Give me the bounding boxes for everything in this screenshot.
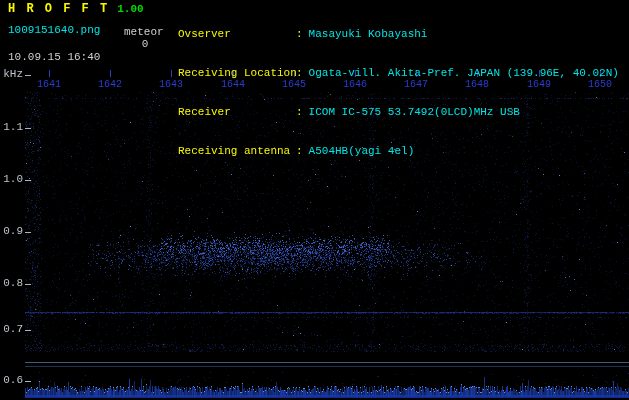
separator: : [296, 28, 303, 40]
output-filename: 1009151640.png [8, 24, 100, 36]
antenna-value: A504HB(yagi 4el) [309, 145, 415, 157]
location-label: Receiving Location [178, 67, 296, 80]
separator: : [296, 106, 303, 118]
observer-label: Ovserver [178, 28, 296, 41]
station-info: Ovserver:Masayuki Kobayashi Receiving Lo… [178, 2, 619, 184]
meteor-counter-value: 0 [124, 38, 166, 50]
app-title-bar: H R O F F T1.00 [8, 2, 144, 16]
receiver-label: Receiver [178, 106, 296, 119]
separator: : [296, 145, 303, 157]
station-info-row-antenna: Receiving antenna:A504HB(yagi 4el) [178, 145, 619, 158]
location-value: Ogata-vill. Akita-Pref. JAPAN (139.96E, … [309, 67, 619, 79]
antenna-label: Receiving antenna [178, 145, 296, 158]
receiver-value: ICOM IC-575 53.7492(0LCD)MHz USB [309, 106, 520, 118]
separator: : [296, 67, 303, 79]
meteor-counter-label: meteor [124, 26, 164, 38]
hrofft-window: H R O F F T1.00 1009151640.png meteor 0 … [0, 0, 629, 400]
station-info-row-observer: Ovserver:Masayuki Kobayashi [178, 28, 619, 41]
app-version: 1.00 [117, 3, 143, 15]
observer-value: Masayuki Kobayashi [309, 28, 428, 40]
app-name: H R O F F T [8, 2, 109, 16]
station-info-row-location: Receiving Location:Ogata-vill. Akita-Pre… [178, 67, 619, 80]
station-info-row-receiver: Receiver:ICOM IC-575 53.7492(0LCD)MHz US… [178, 106, 619, 119]
timestamp: 10.09.15 16:40 [8, 51, 100, 63]
